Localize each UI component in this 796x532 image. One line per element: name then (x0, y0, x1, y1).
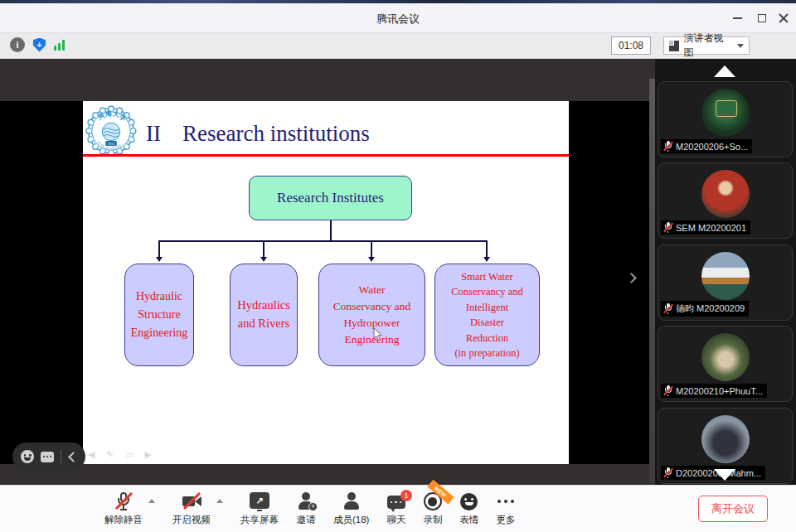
share-screen-button[interactable]: ↗ 共享屏幕 (240, 491, 279, 526)
participant-tile[interactable]: SEM M20200201 (658, 162, 793, 239)
record-label: 录制 (423, 514, 442, 526)
flowchart-drop-line (486, 241, 488, 258)
network-signal-icon[interactable] (54, 39, 65, 51)
flowchart-horizontal-line (158, 240, 488, 242)
maximize-button[interactable] (751, 8, 773, 28)
minimize-button[interactable] (726, 8, 748, 28)
unmute-label: 解除静音 (104, 514, 143, 526)
maximize-icon (758, 14, 766, 22)
titlebar: 腾讯会议 (0, 3, 796, 33)
logo-year: 1915 (108, 142, 116, 146)
avatar (701, 170, 750, 218)
arrowhead-icon (156, 257, 163, 262)
invite-person-icon: + (296, 491, 316, 511)
more-label: 更多 (496, 514, 515, 526)
view-mode-dropdown[interactable]: 演讲者视图 (663, 36, 750, 55)
record-button[interactable]: NEW 录制 (423, 491, 442, 526)
flowchart-stem-line (330, 220, 332, 240)
participant-name: M20200206+So... (676, 142, 748, 152)
meeting-window: 腾讯会议 i + 01:08 演讲者视图 (0, 0, 796, 532)
window-title: 腾讯会议 (0, 12, 796, 27)
flowchart-drop-line (158, 241, 160, 258)
unmute-button[interactable]: 解除静音 (104, 491, 143, 526)
start-video-label: 开启视频 (172, 514, 211, 526)
mic-muted-icon (663, 385, 672, 396)
presentation-slide: 河海大学 1915 HOHAI UNIVERSITY II Research i… (83, 101, 569, 464)
slide-heading: II Research institutions (146, 121, 370, 147)
arrowhead-icon (483, 257, 490, 262)
emoji-face-icon (460, 493, 478, 510)
flowchart-root-box: Research Institutes (249, 176, 412, 220)
avatar (701, 415, 750, 463)
participant-tile[interactable]: 德昀 M20200209 (658, 244, 793, 321)
shared-screen-stage: 河海大学 1915 HOHAI UNIVERSITY II Research i… (0, 59, 655, 485)
participant-name-bar: M20200206+So... (661, 139, 752, 153)
slide-heading-text: Research institutions (182, 121, 370, 147)
participant-name: M20200210+PhuuT... (676, 386, 763, 396)
speaker-view-icon (669, 41, 679, 51)
video-options-caret[interactable] (216, 499, 223, 503)
participant-tile[interactable]: M20200206+So... (658, 81, 793, 157)
mouse-cursor-icon (373, 328, 383, 341)
stage-scrollbar[interactable] (649, 79, 655, 483)
emoji-label: 表情 (459, 514, 478, 526)
mic-muted-icon (663, 303, 672, 314)
participant-name-bar: M20200210+PhuuT... (661, 384, 767, 398)
invite-label: 邀请 (297, 514, 316, 526)
avatar (701, 252, 750, 300)
stage-bottom-band (0, 464, 655, 485)
participant-name-bar: SEM M20200201 (661, 220, 750, 235)
participant-name: 德昀 M20200209 (676, 302, 745, 315)
emoji-reaction-icon[interactable] (21, 450, 34, 463)
chat-unread-badge: 1 (400, 490, 412, 501)
avatar (701, 333, 750, 381)
expand-panel-chevron[interactable] (626, 273, 637, 283)
close-button[interactable] (773, 8, 794, 28)
stage-top-band (0, 59, 655, 101)
toolbar-status-icons: i + (10, 37, 65, 52)
audio-options-caret[interactable] (148, 499, 155, 503)
mic-muted-icon (663, 141, 672, 152)
meeting-controls-bar: 解除静音 开启视频 ↗ 共享屏幕 + 邀请 (0, 485, 796, 532)
university-logo: 河海大学 1915 HOHAI UNIVERSITY (85, 105, 137, 157)
invite-button[interactable]: + 邀请 (296, 491, 316, 526)
leave-meeting-button[interactable]: 离开会议 (698, 496, 768, 522)
minimize-icon (733, 17, 742, 19)
participant-tile[interactable]: M20200210+PhuuT... (658, 326, 793, 402)
slideshow-controls: ◀ ✎ ▭ ▶ (88, 449, 156, 460)
meeting-toolbar-top: i + 01:08 演讲者视图 (0, 33, 796, 59)
participant-name-bar: 德昀 M20200209 (661, 301, 749, 317)
share-screen-icon: ↗ (250, 492, 269, 509)
reaction-pill (12, 443, 85, 471)
start-video-button[interactable]: 开启视频 (172, 491, 211, 526)
members-icon (342, 491, 362, 511)
record-icon: NEW (424, 492, 442, 510)
slide-heading-numeral: II (146, 121, 161, 147)
scroll-up-arrow[interactable] (714, 65, 735, 77)
arrowhead-icon (368, 257, 375, 262)
flowchart-drop-line (371, 241, 372, 258)
meeting-info-icon[interactable]: i (10, 37, 25, 52)
collapse-pill-chevron[interactable] (68, 452, 79, 462)
arrowhead-icon (260, 257, 267, 262)
participants-sidebar: M20200206+So... SEM M20200201 德昀 M202002… (655, 59, 796, 485)
share-screen-label: 共享屏幕 (240, 514, 279, 526)
chevron-down-icon (737, 44, 744, 48)
slide-divider-line (83, 154, 569, 157)
members-button[interactable]: 成员(18) (333, 491, 369, 526)
mic-muted-icon (663, 222, 672, 233)
participant-name: SEM M20200201 (676, 223, 746, 233)
more-dots-icon (498, 500, 515, 504)
fullscreen-button[interactable] (766, 38, 782, 54)
mic-muted-icon (114, 491, 133, 512)
chat-button[interactable]: 1 聊天 (386, 491, 405, 526)
security-shield-icon[interactable]: + (33, 38, 46, 52)
scroll-down-arrow[interactable] (714, 469, 735, 481)
emoji-button[interactable]: 表情 (459, 491, 478, 526)
caption-chat-icon[interactable] (41, 452, 54, 462)
plus-icon: + (308, 502, 318, 511)
meeting-timer: 01:08 (611, 36, 651, 55)
members-label: 成员(18) (333, 514, 369, 526)
chat-label: 聊天 (386, 514, 405, 526)
more-button[interactable]: 更多 (496, 491, 515, 526)
